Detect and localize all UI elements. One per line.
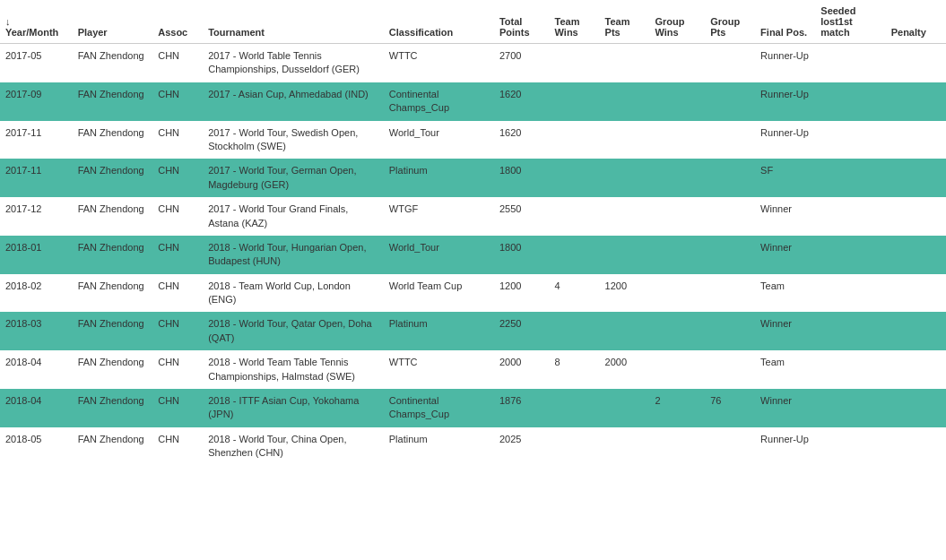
cell-tournament: 2018 - World Tour, Qatar Open, Doha (QAT… xyxy=(203,312,384,350)
cell-year: 2017-11 xyxy=(0,159,73,197)
cell-finalpos: Winner xyxy=(755,236,815,274)
cell-assoc: CHN xyxy=(152,197,203,236)
cell-penalty xyxy=(886,44,946,82)
cell-classification: WTGF xyxy=(384,197,494,236)
cell-assoc: CHN xyxy=(152,44,203,82)
cell-classification: WTTC xyxy=(384,350,494,389)
cell-tournament: 2017 - World Table Tennis Championships,… xyxy=(203,44,384,82)
cell-teamwins xyxy=(550,159,600,197)
cell-totalpts: 2700 xyxy=(494,44,550,82)
cell-penalty xyxy=(886,427,946,466)
cell-year: 2017-05 xyxy=(0,44,73,82)
col-header-totalpts: Total Points xyxy=(494,0,550,44)
cell-totalpts: 2025 xyxy=(494,427,550,466)
cell-grouppts xyxy=(705,236,755,274)
cell-player: FAN Zhendong xyxy=(73,197,153,236)
cell-finalpos: Winner xyxy=(755,312,815,350)
col-header-classification: Classification xyxy=(384,0,494,44)
cell-totalpts: 1800 xyxy=(494,159,550,197)
table-header-row: ↓ Year/Month Player Assoc Tournament Cla… xyxy=(0,0,946,44)
cell-penalty xyxy=(886,82,946,121)
cell-seeded xyxy=(815,389,885,427)
cell-penalty xyxy=(886,312,946,350)
cell-groupwins xyxy=(650,121,706,159)
cell-classification: Platinum xyxy=(384,312,494,350)
cell-grouppts xyxy=(705,44,755,82)
cell-assoc: CHN xyxy=(152,121,203,159)
cell-assoc: CHN xyxy=(152,159,203,197)
cell-seeded xyxy=(815,44,885,82)
cell-finalpos: Runner-Up xyxy=(755,121,815,159)
cell-seeded xyxy=(815,197,885,236)
cell-penalty xyxy=(886,350,946,389)
cell-assoc: CHN xyxy=(152,274,203,313)
cell-assoc: CHN xyxy=(152,427,203,466)
cell-year: 2017-09 xyxy=(0,82,73,121)
cell-player: FAN Zhendong xyxy=(73,312,153,350)
cell-totalpts: 1200 xyxy=(494,274,550,313)
cell-year: 2018-02 xyxy=(0,274,73,313)
cell-groupwins xyxy=(650,350,706,389)
cell-tournament: 2017 - World Tour, Swedish Open, Stockho… xyxy=(203,121,384,159)
cell-groupwins xyxy=(650,44,706,82)
cell-penalty xyxy=(886,159,946,197)
col-header-seeded: Seeded lost1st match xyxy=(815,0,885,44)
cell-tournament: 2018 - Team World Cup, London (ENG) xyxy=(203,274,384,313)
cell-seeded xyxy=(815,159,885,197)
cell-totalpts: 2000 xyxy=(494,350,550,389)
cell-year: 2017-12 xyxy=(0,197,73,236)
cell-classification: World_Tour xyxy=(384,236,494,274)
cell-finalpos: Runner-Up xyxy=(755,44,815,82)
table-row: 2017-11FAN ZhendongCHN2017 - World Tour,… xyxy=(0,159,946,197)
cell-tournament: 2017 - Asian Cup, Ahmedabad (IND) xyxy=(203,82,384,121)
cell-assoc: CHN xyxy=(152,312,203,350)
cell-player: FAN Zhendong xyxy=(73,274,153,313)
cell-grouppts: 76 xyxy=(705,389,755,427)
col-header-grouppts: Group Pts xyxy=(705,0,755,44)
cell-tournament: 2017 - World Tour, German Open, Magdebur… xyxy=(203,159,384,197)
cell-teamwins: 8 xyxy=(550,350,600,389)
cell-teampts xyxy=(600,312,650,350)
table-row: 2018-03FAN ZhendongCHN2018 - World Tour,… xyxy=(0,312,946,350)
cell-classification: World Team Cup xyxy=(384,274,494,313)
cell-player: FAN Zhendong xyxy=(73,44,153,82)
cell-teamwins xyxy=(550,312,600,350)
cell-groupwins xyxy=(650,312,706,350)
cell-finalpos: Runner-Up xyxy=(755,427,815,466)
col-header-penalty: Penalty xyxy=(886,0,946,44)
cell-totalpts: 1620 xyxy=(494,121,550,159)
cell-teamwins xyxy=(550,236,600,274)
results-table: ↓ Year/Month Player Assoc Tournament Cla… xyxy=(0,0,946,466)
cell-totalpts: 1620 xyxy=(494,82,550,121)
cell-grouppts xyxy=(705,350,755,389)
cell-year: 2018-01 xyxy=(0,236,73,274)
cell-player: FAN Zhendong xyxy=(73,427,153,466)
table-row: 2017-09FAN ZhendongCHN2017 - Asian Cup, … xyxy=(0,82,946,121)
cell-groupwins: 2 xyxy=(650,389,706,427)
cell-penalty xyxy=(886,389,946,427)
cell-teamwins xyxy=(550,44,600,82)
cell-grouppts xyxy=(705,274,755,313)
cell-finalpos: Runner-Up xyxy=(755,82,815,121)
cell-grouppts xyxy=(705,312,755,350)
cell-classification: WTTC xyxy=(384,44,494,82)
cell-teampts xyxy=(600,159,650,197)
cell-finalpos: Team xyxy=(755,350,815,389)
cell-grouppts xyxy=(705,159,755,197)
col-header-tournament: Tournament xyxy=(203,0,384,44)
cell-assoc: CHN xyxy=(152,82,203,121)
cell-groupwins xyxy=(650,274,706,313)
cell-classification: Continental Champs_Cup xyxy=(384,82,494,121)
cell-teamwins xyxy=(550,197,600,236)
cell-grouppts xyxy=(705,82,755,121)
cell-year: 2018-05 xyxy=(0,427,73,466)
cell-totalpts: 2250 xyxy=(494,312,550,350)
cell-tournament: 2017 - World Tour Grand Finals, Astana (… xyxy=(203,197,384,236)
cell-year: 2018-04 xyxy=(0,350,73,389)
cell-groupwins xyxy=(650,82,706,121)
cell-tournament: 2018 - World Tour, China Open, Shenzhen … xyxy=(203,427,384,466)
cell-classification: Continental Champs_Cup xyxy=(384,389,494,427)
cell-teamwins xyxy=(550,389,600,427)
col-header-year[interactable]: ↓ Year/Month xyxy=(0,0,73,44)
cell-tournament: 2018 - World Tour, Hungarian Open, Budap… xyxy=(203,236,384,274)
